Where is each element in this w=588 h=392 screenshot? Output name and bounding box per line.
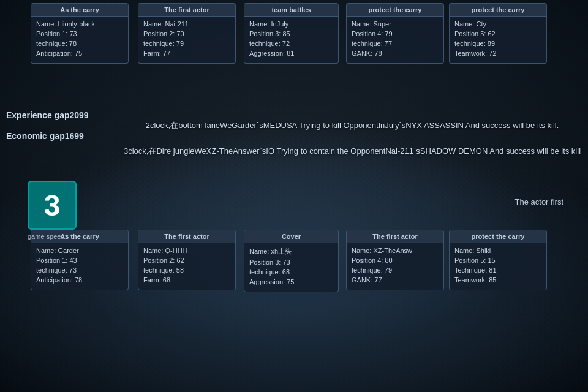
bot-card-1-tech: technique: 73: [36, 266, 123, 274]
top-card-1-tech: technique: 78: [36, 40, 123, 47]
bot-card-5: protect the carry Name: Shiki Position 5…: [449, 230, 547, 290]
bot-card-3-header: Cover: [244, 230, 338, 243]
bot-card-1-body: Name: Garder Position 1: 43 technique: 7…: [31, 243, 128, 290]
main-content: As the carry Name: Liionly-black Positio…: [0, 0, 588, 392]
top-card-4-body: Name: Super Position 4: 79 technique: 77…: [347, 17, 443, 63]
experience-gap: Experience gap2099: [6, 110, 89, 120]
bot-card-5-pos: Position 5: 15: [454, 257, 541, 264]
bot-card-4-name: Name: XZ-TheAnsw: [352, 247, 439, 254]
bot-card-1-name: Name: Garder: [36, 247, 123, 254]
top-card-2: The first actor Name: Nai-211 Position 2…: [138, 3, 236, 64]
center-line1: 2clock,在bottom laneWeGarder`sMEDUSA Tryi…: [123, 119, 582, 132]
bot-card-2-pos: Position 2: 62: [143, 257, 230, 264]
top-card-1-name: Name: Liionly-black: [36, 20, 123, 28]
speed-box: 3: [28, 181, 77, 230]
bot-card-2-header: The first actor: [138, 230, 235, 243]
bot-card-4-extra: GANK: 77: [352, 276, 439, 284]
top-card-3-body: Name: InJuly Position 3: 85 technique: 7…: [244, 17, 338, 63]
top-card-4-name: Name: Super: [352, 20, 439, 28]
top-card-5-extra: Teamwork: 72: [454, 50, 541, 57]
bot-card-4-body: Name: XZ-TheAnsw Position 4: 80 techniqu…: [347, 243, 443, 290]
top-card-2-name: Name: Nai-211: [143, 20, 230, 28]
top-card-2-extra: Farm: 77: [143, 50, 230, 57]
top-card-1-body: Name: Liionly-black Position 1: 73 techn…: [31, 17, 128, 63]
top-card-4-extra: GANK: 78: [352, 50, 439, 57]
speed-number: 3: [44, 189, 61, 222]
top-card-5-header: protect the carry: [450, 4, 546, 17]
top-card-5-tech: technique: 89: [454, 40, 541, 47]
bot-card-3-extra: Aggression: 75: [249, 278, 333, 285]
top-card-2-pos: Position 2: 70: [143, 30, 230, 37]
bot-card-5-name: Name: Shiki: [454, 247, 541, 254]
bot-card-5-extra: Teamwork: 85: [454, 276, 541, 284]
bot-card-5-body: Name: Shiki Position 5: 15 Technique: 81…: [450, 243, 546, 290]
top-card-5: protect the carry Name: Cty Position 5: …: [449, 3, 547, 64]
top-card-4-pos: Position 4: 79: [352, 30, 439, 37]
top-card-1-pos: Position 1: 73: [36, 30, 123, 37]
center-text-area: 2clock,在bottom laneWeGarder`sMEDUSA Tryi…: [123, 119, 582, 157]
top-card-3-name: Name: InJuly: [249, 20, 333, 28]
top-card-2-body: Name: Nai-211 Position 2: 70 technique: …: [138, 17, 235, 63]
top-card-5-pos: Position 5: 62: [454, 30, 541, 37]
bot-card-2-tech: technique: 58: [143, 266, 230, 274]
bot-card-4-header: The first actor: [347, 230, 443, 243]
top-card-2-header: The first actor: [138, 4, 235, 17]
top-card-3-extra: Aggression: 81: [249, 50, 333, 57]
actor-first-text: The actor first: [515, 196, 564, 208]
top-card-5-body: Name: Cty Position 5: 62 technique: 89 T…: [450, 17, 546, 63]
top-card-5-name: Name: Cty: [454, 20, 541, 28]
top-card-1-header: As the carry: [31, 4, 128, 17]
bot-card-3-tech: technique: 68: [249, 268, 333, 276]
speed-label: game speed:: [28, 233, 67, 240]
top-card-1: As the carry Name: Liionly-black Positio…: [31, 3, 129, 64]
top-card-3: team battles Name: InJuly Position 3: 85…: [244, 3, 339, 64]
economic-gap: Economic gap1699: [6, 131, 89, 141]
left-stats: Experience gap2099 Economic gap1699: [6, 110, 89, 152]
top-card-1-extra: Anticipation: 75: [36, 50, 123, 57]
bot-card-1-extra: Anticipation: 78: [36, 276, 123, 284]
top-card-4-header: protect the carry: [347, 4, 443, 17]
top-card-4-tech: technique: 77: [352, 40, 439, 47]
top-card-2-tech: technique: 79: [143, 40, 230, 47]
bot-card-2-body: Name: Q-HHH Position 2: 62 technique: 58…: [138, 243, 235, 290]
bot-card-4: The first actor Name: XZ-TheAnsw Positio…: [346, 230, 444, 290]
bot-card-3-pos: Position 3: 73: [249, 258, 333, 266]
top-card-3-tech: technique: 72: [249, 40, 333, 47]
bot-card-2: The first actor Name: Q-HHH Position 2: …: [138, 230, 236, 290]
bot-card-5-tech: Technique: 81: [454, 266, 541, 274]
center-line2: 3clock,在Dire jungleWeXZ-TheAnswer`sIO Tr…: [123, 145, 582, 158]
top-card-4: protect the carry Name: Super Position 4…: [346, 3, 444, 64]
bot-card-1-pos: Position 1: 43: [36, 257, 123, 264]
bot-card-2-extra: Farm: 68: [143, 276, 230, 284]
top-card-3-pos: Position 3: 85: [249, 30, 333, 37]
bot-card-5-header: protect the carry: [450, 230, 546, 243]
bot-card-4-tech: technique: 79: [352, 266, 439, 274]
bot-card-3: Cover Name: xh上头 Position 3: 73 techniqu…: [244, 230, 339, 292]
bot-card-3-body: Name: xh上头 Position 3: 73 technique: 68 …: [244, 243, 338, 292]
bot-card-4-pos: Position 4: 80: [352, 257, 439, 264]
bot-card-2-name: Name: Q-HHH: [143, 247, 230, 254]
top-card-3-header: team battles: [244, 4, 338, 17]
bot-card-3-name: Name: xh上头: [249, 247, 333, 256]
